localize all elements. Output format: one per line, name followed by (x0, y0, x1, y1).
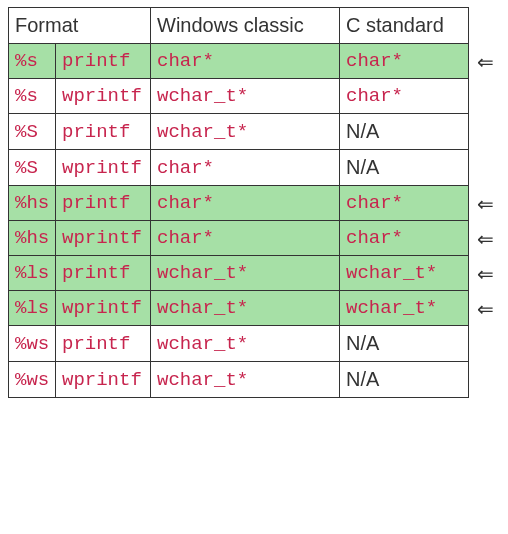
table-row: %lsprintfwchar_t*wchar_t*⇐ (8, 256, 500, 291)
cell-function: wprintf (55, 78, 151, 114)
cell-cstd: N/A (339, 149, 469, 186)
cell-format: %ws (8, 361, 56, 398)
table-header-row: Format Windows classic C standard (8, 8, 500, 44)
cell-windows: wchar_t* (150, 255, 340, 291)
cell-format: %hs (8, 185, 56, 221)
arrow-left-icon (471, 114, 499, 150)
cell-format: %s (8, 78, 56, 114)
arrow-left-icon: ⇐ (471, 256, 499, 291)
cell-function: printf (55, 185, 151, 221)
cell-windows: wchar_t* (150, 290, 340, 326)
cell-format: %S (8, 113, 56, 150)
cell-format: %ls (8, 290, 56, 326)
cell-windows: wchar_t* (150, 113, 340, 150)
cell-cstd: char* (339, 43, 469, 79)
cell-windows: char* (150, 185, 340, 221)
arrow-left-icon: ⇐ (471, 186, 499, 221)
cell-windows: wchar_t* (150, 325, 340, 362)
arrow-left-icon (471, 150, 499, 186)
table-row: %sprintfchar*char*⇐ (8, 44, 500, 79)
cell-function: wprintf (55, 220, 151, 256)
cell-windows: wchar_t* (150, 78, 340, 114)
cell-function: printf (55, 43, 151, 79)
cell-cstd: char* (339, 185, 469, 221)
header-format: Format (8, 7, 151, 44)
cell-function: wprintf (55, 290, 151, 326)
arrow-spacer (471, 8, 499, 44)
cell-cstd: wchar_t* (339, 290, 469, 326)
cell-format: %hs (8, 220, 56, 256)
cell-windows: char* (150, 220, 340, 256)
cell-format: %s (8, 43, 56, 79)
cell-format: %ws (8, 325, 56, 362)
cell-windows: char* (150, 149, 340, 186)
cell-format: %S (8, 149, 56, 186)
cell-cstd: N/A (339, 361, 469, 398)
cell-function: wprintf (55, 361, 151, 398)
cell-cstd: N/A (339, 113, 469, 150)
table-row: %Swprintfchar*N/A (8, 150, 500, 186)
cell-cstd: wchar_t* (339, 255, 469, 291)
table-row: %wsprintfwchar_t*N/A (8, 326, 500, 362)
cell-function: printf (55, 113, 151, 150)
arrow-left-icon: ⇐ (471, 44, 499, 79)
arrow-left-icon: ⇐ (471, 291, 499, 326)
table-row: %hswprintfchar*char*⇐ (8, 221, 500, 256)
cell-function: wprintf (55, 149, 151, 186)
table-row: %lswprintfwchar_t*wchar_t*⇐ (8, 291, 500, 326)
cell-function: printf (55, 255, 151, 291)
cell-cstd: char* (339, 220, 469, 256)
arrow-left-icon (471, 79, 499, 114)
table-row: %hsprintfchar*char*⇐ (8, 186, 500, 221)
cell-windows: wchar_t* (150, 361, 340, 398)
cell-format: %ls (8, 255, 56, 291)
table-row: %swprintfwchar_t*char* (8, 79, 500, 114)
cell-function: printf (55, 325, 151, 362)
cell-windows: char* (150, 43, 340, 79)
table-row: %wswprintfwchar_t*N/A (8, 362, 500, 398)
arrow-left-icon (471, 326, 499, 362)
cell-cstd: N/A (339, 325, 469, 362)
format-table: Format Windows classic C standard %sprin… (8, 8, 500, 398)
cell-cstd: char* (339, 78, 469, 114)
arrow-left-icon (471, 362, 499, 398)
header-cstd: C standard (339, 7, 469, 44)
header-windows: Windows classic (150, 7, 340, 44)
arrow-left-icon: ⇐ (471, 221, 499, 256)
table-row: %Sprintfwchar_t*N/A (8, 114, 500, 150)
